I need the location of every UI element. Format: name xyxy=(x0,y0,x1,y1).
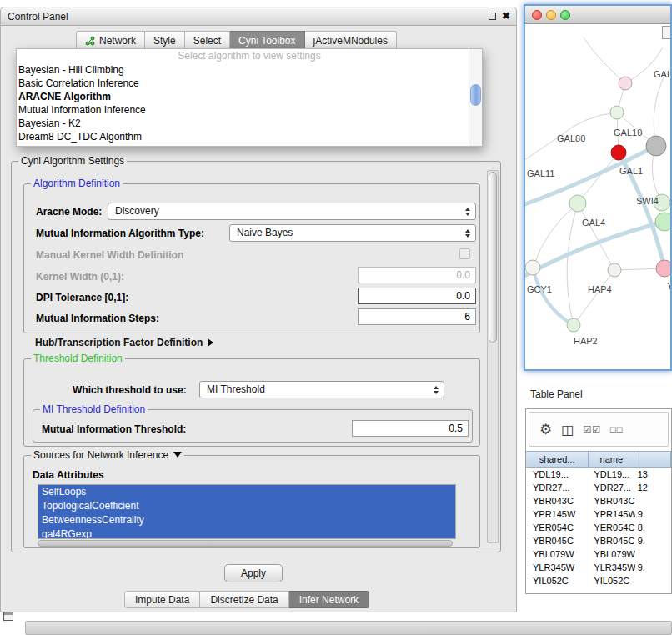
tab-infer-network[interactable]: Infer Network xyxy=(289,591,369,608)
aracne-mode-select[interactable]: Discovery xyxy=(108,202,476,220)
table-row[interactable]: YPR145WYPR145W9. xyxy=(526,508,671,521)
mi-steps-field[interactable]: 6 xyxy=(358,308,476,325)
sources-legend-label: Sources for Network Inference xyxy=(33,449,168,461)
network-canvas[interactable]: GALGAL80GAL10GAL11GAL1SWI4GAL4GCY1HAP4YH… xyxy=(525,24,670,369)
float-window-icon[interactable] xyxy=(489,12,496,20)
select-all-rows-icon[interactable]: ☑☑ xyxy=(583,424,601,435)
zoom-traffic-light[interactable] xyxy=(560,10,570,20)
graph-node-label: GAL10 xyxy=(614,128,642,138)
tab-network[interactable]: Network xyxy=(76,31,145,50)
mi-threshold-label: Mutual Information Threshold: xyxy=(42,423,186,435)
graph-edge xyxy=(654,74,665,146)
dpi-tolerance-field[interactable]: 0.0 xyxy=(358,288,476,304)
mi-threshold-field[interactable]: 0.5 xyxy=(352,420,469,437)
table-cell xyxy=(635,494,671,508)
settings-scrollbar-thumb[interactable] xyxy=(489,172,497,342)
graph-node[interactable] xyxy=(646,136,666,156)
tab-jactivemnodules[interactable]: jActiveMNodules xyxy=(305,31,397,50)
table-row[interactable]: YBR043CYBR043C xyxy=(526,494,671,508)
table-cell: YBR045C xyxy=(526,534,589,548)
network-window-titlebar[interactable] xyxy=(525,6,670,24)
combo-arrows-icon xyxy=(434,386,439,394)
data-attribute-item[interactable]: gal4RGexp xyxy=(38,528,455,539)
graph-node[interactable] xyxy=(567,318,580,332)
table-cell: YDL19... xyxy=(526,468,589,481)
algorithm-option[interactable]: Basic Correlation Inference xyxy=(17,77,482,90)
minimized-window-icon[interactable] xyxy=(3,612,13,621)
tab-jactivemnodules-label: jActiveMNodules xyxy=(313,35,388,47)
table-row[interactable]: YER054CYER054C8. xyxy=(526,521,671,534)
which-threshold-label: Which threshold to use: xyxy=(73,384,187,396)
deselect-all-rows-icon[interactable]: □□ xyxy=(610,424,623,434)
table-row[interactable]: YBR045CYBR045C9. xyxy=(526,534,671,548)
mi-type-select[interactable]: Naive Bayes xyxy=(229,224,476,242)
columns-icon[interactable]: ◫ xyxy=(561,422,574,438)
graph-node[interactable] xyxy=(610,106,624,119)
network-scrollbar-corner[interactable] xyxy=(662,26,670,39)
table-cell: YBL079W xyxy=(526,548,589,561)
cyni-algorithm-settings-legend: Cyni Algorithm Settings xyxy=(18,155,127,167)
combo-arrows-icon xyxy=(465,208,470,216)
graph-node[interactable] xyxy=(611,145,626,160)
close-icon[interactable]: ✖ xyxy=(502,10,510,22)
apply-button[interactable]: Apply xyxy=(224,564,283,582)
table-row[interactable]: YIL052CYIL052C xyxy=(526,574,671,588)
settings-scrollbar[interactable] xyxy=(487,170,499,543)
dpi-tolerance-label: DPI Tolerance [0,1]: xyxy=(36,292,128,303)
list-horizontal-scrollbar[interactable] xyxy=(38,540,453,547)
manual-kernel-checkbox[interactable] xyxy=(459,248,470,259)
data-attribute-item[interactable]: TopologicalCoefficient xyxy=(38,499,455,513)
bottom-tabbar: Impute Data Discretize Data Infer Networ… xyxy=(124,591,369,608)
algorithm-option[interactable]: ARACNE Algorithm xyxy=(17,90,482,103)
control-panel-titlebar[interactable]: Control Panel ✖ xyxy=(1,8,516,26)
table-row[interactable]: YLR345WYLR345W9. xyxy=(526,561,671,574)
which-threshold-select[interactable]: MI Threshold xyxy=(199,381,444,398)
dropdown-scrollbar[interactable] xyxy=(469,49,482,146)
table-column-header[interactable]: shared... xyxy=(526,452,589,467)
hub-definition-toggle[interactable]: Hub/Transcription Factor Definition xyxy=(35,337,213,348)
table-panel-title: Table Panel xyxy=(530,388,583,400)
table-cell: YIL052C xyxy=(589,574,634,588)
graph-node[interactable] xyxy=(656,260,670,277)
sources-legend[interactable]: Sources for Network Inference xyxy=(31,449,184,461)
graph-node[interactable] xyxy=(608,263,621,277)
gear-icon[interactable]: ⚙ xyxy=(539,421,552,438)
graph-node[interactable] xyxy=(655,212,670,231)
algorithm-dropdown-list: Bayesian - Hill ClimbingBasic Correlatio… xyxy=(17,63,482,143)
threshold-definition-legend: Threshold Definition xyxy=(31,352,125,364)
data-attribute-item[interactable]: BetweennessCentrality xyxy=(38,513,455,528)
table-column-header[interactable]: name xyxy=(589,452,634,467)
graph-node[interactable] xyxy=(525,260,540,275)
control-panel-tabbar: Network Style Select Cyni Toolbox jActiv… xyxy=(76,31,397,50)
table-column-header[interactable] xyxy=(634,452,671,467)
threshold-definition-group: Threshold Definition Which threshold to … xyxy=(23,358,480,447)
mi-steps-label: Mutual Information Steps: xyxy=(36,312,159,324)
data-attribute-item[interactable]: SelfLoops xyxy=(38,485,455,499)
mi-type-value: Naive Bayes xyxy=(237,227,293,238)
table-row[interactable]: YDR27...YDR27...12 xyxy=(526,481,671,494)
table-row[interactable]: YDL19...YDL19...13 xyxy=(526,468,671,481)
graph-node[interactable] xyxy=(619,77,632,90)
tab-cyni-toolbox[interactable]: Cyni Toolbox xyxy=(230,31,304,50)
algorithm-definition-legend: Algorithm Definition xyxy=(31,178,123,189)
algorithm-option[interactable]: Dream8 DC_TDC Algorithm xyxy=(17,130,482,143)
algorithm-option[interactable]: Bayesian - Hill Climbing xyxy=(17,63,482,77)
control-panel-window: Control Panel ✖ Network Style Select Cyn… xyxy=(0,7,517,612)
tab-select[interactable]: Select xyxy=(185,31,230,50)
algorithm-dropdown-placeholder[interactable]: Select algorithm to view settings xyxy=(17,49,482,63)
network-view-window: GALGAL80GAL10GAL11GAL1SWI4GAL4GCY1HAP4YH… xyxy=(524,4,672,371)
graph-node[interactable] xyxy=(569,195,586,212)
kernel-width-field[interactable]: 0.0 xyxy=(358,267,476,283)
dropdown-scrollbar-thumb[interactable] xyxy=(470,84,481,106)
graph-edge xyxy=(578,152,619,203)
algorithm-option[interactable]: Bayesian - K2 xyxy=(17,117,482,130)
tab-discretize-data[interactable]: Discretize Data xyxy=(200,591,288,608)
table-toolbar: ⚙ ◫ ☑☑ □□ xyxy=(529,412,669,447)
tab-impute-data[interactable]: Impute Data xyxy=(124,591,200,608)
minimize-traffic-light[interactable] xyxy=(546,10,556,20)
algorithm-option[interactable]: Mutual Information Inference xyxy=(17,103,482,117)
close-traffic-light[interactable] xyxy=(532,10,542,20)
table-cell: 12 xyxy=(635,481,671,494)
table-row[interactable]: YBL079WYBL079W xyxy=(526,548,671,561)
tab-style[interactable]: Style xyxy=(145,31,185,50)
